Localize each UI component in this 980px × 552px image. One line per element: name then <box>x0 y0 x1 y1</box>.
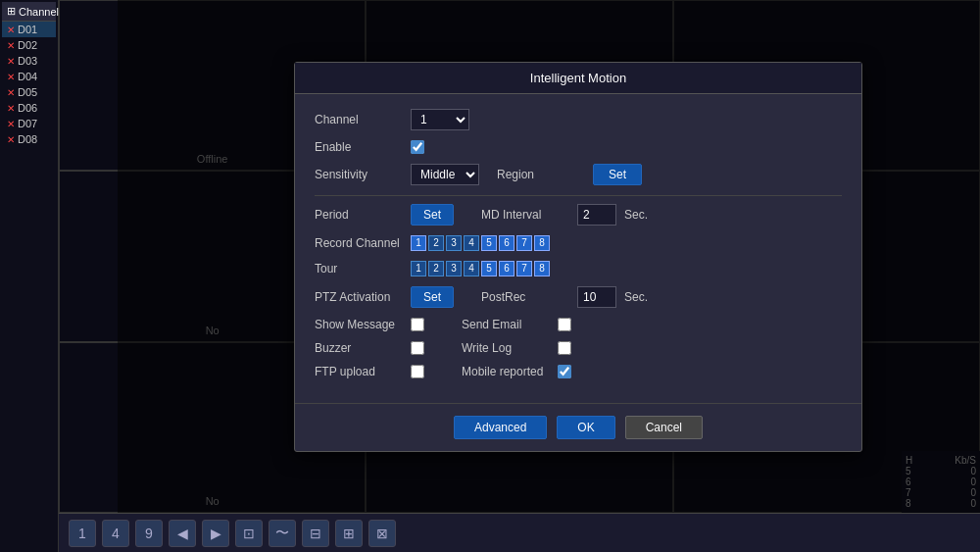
ftp-row: FTP upload Mobile reported <box>315 365 842 378</box>
toolbar-btn-fullscreen[interactable]: ⊡ <box>235 520 263 547</box>
sidebar-label-d02: D02 <box>18 39 37 51</box>
toolbar-btn-wave[interactable]: 〜 <box>269 520 296 547</box>
show-message-checkbox[interactable] <box>411 318 424 331</box>
period-label: Period <box>315 208 403 222</box>
x-icon-d06: ✕ <box>7 103 15 114</box>
toolbar-btn-4[interactable]: 4 <box>102 520 129 547</box>
sensitivity-select[interactable]: Low Middle High <box>411 164 479 185</box>
sidebar-header: ⊞ Channel <box>2 2 56 22</box>
channel-select[interactable]: 1 <box>411 109 469 130</box>
intelligent-motion-dialog: Intelligent Motion Channel 1 Enable <box>294 62 862 452</box>
advanced-button[interactable]: Advanced <box>454 416 547 439</box>
ptz-row: PTZ Activation Set PostRec Sec. <box>315 286 842 308</box>
next-icon: ▶ <box>211 526 221 541</box>
grid2-icon: ⊞ <box>343 526 355 541</box>
rec-ch-4[interactable]: 4 <box>464 235 479 251</box>
sidebar-label-d05: D05 <box>18 86 37 98</box>
sidebar-item-d06[interactable]: ✕ D06 <box>2 100 56 116</box>
sidebar-item-d05[interactable]: ✕ D05 <box>2 84 56 100</box>
ftp-checkbox[interactable] <box>411 365 424 378</box>
md-interval-input[interactable] <box>577 204 616 226</box>
send-email-label: Send Email <box>462 318 550 331</box>
tour-ch-5[interactable]: 5 <box>481 261 497 276</box>
buzzer-checkbox[interactable] <box>411 341 424 355</box>
modal-overlay: Intelligent Motion Channel 1 Enable <box>118 0 980 513</box>
channel-label: Channel <box>315 113 403 126</box>
tour-ch-3[interactable]: 3 <box>446 261 462 276</box>
toolbar-btn-grid3[interactable]: ⊠ <box>368 520 396 547</box>
period-set-button[interactable]: Set <box>411 204 454 226</box>
wave-icon: 〜 <box>275 525 289 542</box>
sensitivity-label: Sensitivity <box>315 168 403 181</box>
region-set-button[interactable]: Set <box>593 164 642 185</box>
tour-ch-2[interactable]: 2 <box>428 261 444 276</box>
grid3-icon: ⊠ <box>376 526 388 541</box>
rec-ch-3[interactable]: 3 <box>446 235 462 251</box>
enable-label: Enable <box>315 140 403 154</box>
period-row: Period Set MD Interval Sec. <box>315 204 842 226</box>
mobile-checkbox[interactable] <box>558 365 571 378</box>
rec-ch-5[interactable]: 5 <box>481 235 497 251</box>
toolbar-btn-grid1[interactable]: ⊟ <box>302 520 329 547</box>
x-icon-d07: ✕ <box>7 119 15 129</box>
channel-row: Channel 1 <box>315 109 842 130</box>
toolbar-btn-1[interactable]: 1 <box>69 520 96 547</box>
sec-label-1: Sec. <box>624 208 648 222</box>
tour-ch-6[interactable]: 6 <box>499 261 514 276</box>
fullscreen-icon: ⊡ <box>243 526 255 541</box>
post-rec-label: PostRec <box>481 290 569 304</box>
toolbar-icon-1: 1 <box>78 526 86 541</box>
ptz-label: PTZ Activation <box>315 290 403 304</box>
grid1-icon: ⊟ <box>310 526 321 541</box>
bottom-toolbar: 1 4 9 ◀ ▶ ⊡ 〜 ⊟ ⊞ ⊠ <box>59 513 980 552</box>
x-icon-d03: ✕ <box>7 56 15 67</box>
tour-ch-7[interactable]: 7 <box>516 261 532 276</box>
toolbar-icon-4: 4 <box>112 526 120 541</box>
post-rec-input[interactable] <box>577 286 616 308</box>
cancel-button[interactable]: Cancel <box>625 416 703 439</box>
tour-ch-1[interactable]: 1 <box>411 261 426 276</box>
x-icon-d04: ✕ <box>7 72 15 82</box>
sensitivity-row: Sensitivity Low Middle High Region Set <box>315 164 842 185</box>
sidebar-label-d07: D07 <box>18 118 37 129</box>
sidebar-item-d08[interactable]: ✕ D08 <box>2 131 56 147</box>
camera-area: Offline NoConfig NoConfig No NoConfig No <box>59 0 980 513</box>
modal-body: Channel 1 Enable Sensitivity <box>295 94 861 403</box>
sidebar-item-d01[interactable]: ✕ D01 <box>2 22 56 37</box>
modal-footer: Advanced OK Cancel <box>295 403 861 451</box>
rec-ch-2[interactable]: 2 <box>428 235 444 251</box>
tour-label: Tour <box>315 262 403 276</box>
record-channel-nums: 1 2 3 4 5 6 7 8 <box>411 235 550 251</box>
enable-row: Enable <box>315 140 842 154</box>
tour-ch-8[interactable]: 8 <box>534 261 550 276</box>
sidebar-item-d04[interactable]: ✕ D04 <box>2 69 56 84</box>
record-channel-label: Record Channel <box>315 236 403 250</box>
sidebar-label-d03: D03 <box>18 55 37 67</box>
write-log-checkbox[interactable] <box>558 341 571 355</box>
mobile-label: Mobile reported <box>462 365 550 378</box>
tour-ch-4[interactable]: 4 <box>464 261 479 276</box>
buzzer-row: Buzzer Write Log <box>315 341 842 355</box>
send-email-checkbox[interactable] <box>558 318 571 331</box>
toolbar-btn-prev[interactable]: ◀ <box>169 520 196 547</box>
ok-button[interactable]: OK <box>557 416 614 439</box>
toolbar-btn-next[interactable]: ▶ <box>202 520 229 547</box>
x-icon-d05: ✕ <box>7 87 15 98</box>
ptz-set-button[interactable]: Set <box>411 286 454 308</box>
sec-label-2: Sec. <box>624 290 648 304</box>
ftp-label: FTP upload <box>315 365 403 378</box>
toolbar-btn-9[interactable]: 9 <box>135 520 163 547</box>
show-message-label: Show Message <box>315 318 403 331</box>
rec-ch-8[interactable]: 8 <box>534 235 550 251</box>
sidebar-item-d03[interactable]: ✕ D03 <box>2 53 56 69</box>
toolbar-btn-grid2[interactable]: ⊞ <box>335 520 363 547</box>
sidebar-item-d02[interactable]: ✕ D02 <box>2 37 56 53</box>
enable-checkbox[interactable] <box>411 140 424 154</box>
rec-ch-7[interactable]: 7 <box>516 235 532 251</box>
x-icon-d01: ✕ <box>7 25 15 35</box>
rec-ch-1[interactable]: 1 <box>411 235 426 251</box>
tour-row: Tour 1 2 3 4 5 6 7 8 <box>315 261 842 276</box>
md-interval-label: MD Interval <box>481 208 569 222</box>
rec-ch-6[interactable]: 6 <box>499 235 514 251</box>
sidebar-item-d07[interactable]: ✕ D07 <box>2 116 56 131</box>
